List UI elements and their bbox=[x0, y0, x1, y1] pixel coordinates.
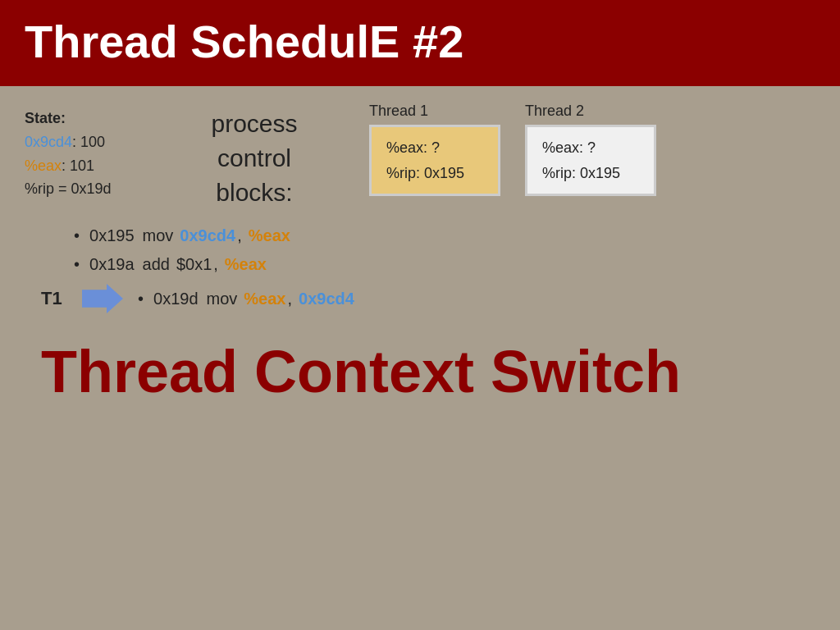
main-content: State: 0x9cd4: 100 %eax: 101 %rip = 0x19… bbox=[0, 86, 840, 413]
instr-op-1: mov bbox=[143, 226, 174, 245]
state-eax: %eax bbox=[25, 158, 62, 174]
t1-label: T1 bbox=[41, 288, 74, 309]
state-box: State: 0x9cd4: 100 %eax: 101 %rip = 0x19… bbox=[25, 103, 156, 201]
instr-op-3: mov bbox=[207, 290, 238, 308]
top-section: State: 0x9cd4: 100 %eax: 101 %rip = 0x19… bbox=[25, 103, 815, 210]
thread2-header: Thread 2 bbox=[525, 103, 584, 120]
instr-arg2-2: %eax bbox=[225, 255, 267, 274]
bottom-title: Thread Context Switch bbox=[41, 339, 681, 404]
instr-arg1-3: %eax bbox=[244, 290, 285, 308]
state-addr-suffix: : 100 bbox=[72, 134, 105, 150]
bottom-title-area: Thread Context Switch bbox=[25, 338, 815, 405]
t1-arrow-icon bbox=[82, 284, 123, 313]
instr-addr-1: 0x195 bbox=[89, 226, 135, 245]
state-label: State: bbox=[25, 107, 156, 130]
state-eax-suffix: : 101 bbox=[62, 158, 94, 174]
thread1-column: Thread 1 %eax: ? %rip: 0x195 bbox=[369, 103, 500, 196]
instr-addr-2: 0x19a bbox=[89, 255, 135, 274]
state-line2: %eax: 101 bbox=[25, 154, 156, 178]
state-line3: %rip = 0x19d bbox=[25, 177, 156, 201]
thread1-header: Thread 1 bbox=[369, 103, 428, 120]
state-line1: 0x9cd4: 100 bbox=[25, 130, 156, 154]
header: Thread SchedulE #2 bbox=[0, 0, 840, 86]
instr-op-2: add bbox=[143, 255, 170, 274]
thread2-rip: %rip: 0x195 bbox=[542, 161, 639, 186]
instr-arg2-3: 0x9cd4 bbox=[299, 290, 354, 308]
instruction-row-3: T1 • 0x19d mov %eax , 0x9cd4 bbox=[41, 284, 815, 313]
instruction-row-1: • 0x195 mov 0x9cd4 , %eax bbox=[41, 226, 815, 245]
thread2-eax: %eax: ? bbox=[542, 135, 639, 161]
instr-arg1-2: $0x1 bbox=[176, 255, 212, 274]
instr-addr-3: 0x19d bbox=[153, 290, 199, 308]
instruction-row-2: • 0x19a add $0x1 , %eax bbox=[41, 255, 815, 274]
thread2-box: %eax: ? %rip: 0x195 bbox=[525, 125, 656, 196]
thread1-box: %eax: ? %rip: 0x195 bbox=[369, 125, 500, 196]
thread1-rip: %rip: 0x195 bbox=[386, 161, 483, 186]
instr-arg2-1: %eax bbox=[249, 226, 290, 245]
process-control-label: processcontrolblocks: bbox=[172, 103, 336, 210]
page-title: Thread SchedulE #2 bbox=[25, 15, 815, 68]
instructions-section: • 0x195 mov 0x9cd4 , %eax • 0x19a add $0… bbox=[25, 226, 815, 313]
thread1-eax: %eax: ? bbox=[386, 135, 483, 161]
threads-area: Thread 1 %eax: ? %rip: 0x195 Thread 2 %e… bbox=[369, 103, 656, 196]
instr-arg1-1: 0x9cd4 bbox=[180, 226, 235, 245]
thread2-column: Thread 2 %eax: ? %rip: 0x195 bbox=[525, 103, 656, 196]
state-addr: 0x9cd4 bbox=[25, 134, 72, 150]
